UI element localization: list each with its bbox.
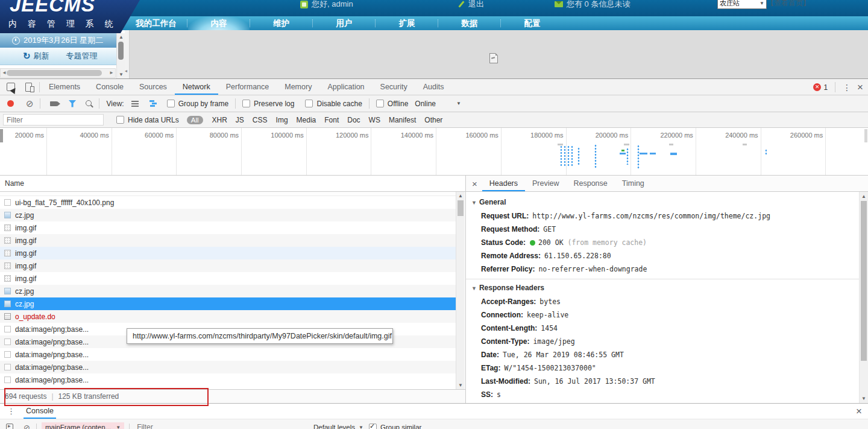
details-tab-headers[interactable]: Headers <box>482 176 525 191</box>
details-tab-preview[interactable]: Preview <box>525 176 566 191</box>
scroll-right-icon[interactable]: ► <box>109 70 114 75</box>
request-row[interactable]: data:image/png;base... <box>0 348 456 361</box>
devtools-tab-network[interactable]: Network <box>175 79 218 95</box>
scroll-down-icon[interactable]: ▼ <box>458 383 463 388</box>
devtools-tab-audits[interactable]: Audits <box>415 79 452 95</box>
nav-item[interactable]: 内容 <box>188 16 250 30</box>
checkbox[interactable] <box>167 100 175 107</box>
filter-input[interactable] <box>3 114 104 126</box>
request-row[interactable]: data:image/png;base... <box>0 373 456 386</box>
filter-type-doc[interactable]: Doc <box>347 116 360 124</box>
details-tab-response[interactable]: Response <box>566 176 614 191</box>
scroll-up-icon[interactable]: ▲ <box>119 34 124 40</box>
request-row[interactable]: cz.jpg <box>0 285 456 297</box>
request-list-scrollbar[interactable]: ▲ ▼ <box>456 192 465 389</box>
filter-type-font[interactable]: Font <box>324 116 339 124</box>
topic-manage-link[interactable]: 专题管理 <box>66 51 98 62</box>
nav-item[interactable]: 维护 <box>251 16 312 30</box>
list-view-icon[interactable] <box>131 101 139 102</box>
hide-data-urls-option[interactable]: Hide data URLs <box>116 116 179 124</box>
close-icon[interactable]: × <box>857 82 863 92</box>
request-row[interactable]: img.gif <box>0 247 456 259</box>
filter-type-all[interactable]: All <box>187 116 203 124</box>
waterfall-view-icon[interactable] <box>149 100 154 102</box>
scroll-down-icon[interactable]: ▼ <box>119 72 124 77</box>
scrollbar-thumb[interactable] <box>861 201 867 361</box>
sidebar-vertical-scrollbar[interactable]: ▲ ▼ <box>116 33 125 78</box>
screenshot-icon[interactable] <box>50 101 57 106</box>
execution-context-select[interactable]: mainFrame (conten... ▼ <box>42 422 124 429</box>
sidebar-horizontal-scrollbar[interactable]: ◄ ► <box>0 68 116 78</box>
error-badge[interactable]: ✕ 1 <box>813 83 828 92</box>
view-homepage-link[interactable]: 【查看首页】 <box>767 0 810 8</box>
nav-item[interactable]: 用户 <box>313 16 375 30</box>
filter-type-xhr[interactable]: XHR <box>212 116 227 124</box>
devtools-tab-console[interactable]: Console <box>88 79 131 95</box>
inspect-icon[interactable] <box>7 83 15 91</box>
scroll-left-icon[interactable]: ◄ <box>2 70 7 75</box>
checkbox-checked[interactable] <box>369 424 377 429</box>
filter-type-css[interactable]: CSS <box>253 116 268 124</box>
request-row[interactable]: o_update.do <box>0 310 456 323</box>
record-icon[interactable] <box>7 100 14 107</box>
request-row[interactable]: img.gif <box>0 272 456 285</box>
details-scrollbar[interactable]: ▲ ▼ <box>859 192 868 403</box>
logout-link[interactable]: 退出 <box>458 0 484 10</box>
nav-item[interactable]: 配置 <box>502 16 563 30</box>
close-icon[interactable]: × <box>856 405 862 418</box>
log-levels-select[interactable]: Default levels ▼ <box>313 424 363 429</box>
offline-option[interactable]: Offline <box>376 100 408 108</box>
tab-console[interactable]: Console <box>24 404 56 419</box>
frame-splitter[interactable] <box>125 30 130 78</box>
network-overview-timeline[interactable]: 20000 ms40000 ms60000 ms80000 ms100000 m… <box>0 128 868 176</box>
response-headers-section-header[interactable]: ▼Response Headers <box>466 282 860 295</box>
request-row[interactable]: img.gif <box>0 221 456 234</box>
filter-type-manifest[interactable]: Manifest <box>389 116 416 124</box>
console-filter-input[interactable] <box>136 422 295 429</box>
throttling-select[interactable]: Online <box>415 100 436 108</box>
scroll-up-icon[interactable]: ▲ <box>861 194 866 199</box>
checkbox[interactable] <box>305 100 313 107</box>
request-row[interactable]: data:image/png;base... <box>0 361 456 373</box>
devtools-tab-security[interactable]: Security <box>373 79 415 95</box>
search-icon[interactable] <box>86 100 92 106</box>
checkbox[interactable] <box>376 100 384 107</box>
scrollbar-thumb[interactable] <box>118 42 124 60</box>
messages-link[interactable]: 您有 0 条信息未读 <box>555 0 630 10</box>
scrollbar-thumb[interactable] <box>458 200 464 216</box>
name-column-header[interactable]: Name <box>0 176 465 192</box>
devtools-tab-performance[interactable]: Performance <box>218 79 277 95</box>
details-tab-timing[interactable]: Timing <box>615 176 652 191</box>
refresh-button[interactable]: 刷新 <box>34 51 49 62</box>
filter-type-img[interactable]: Img <box>276 116 288 124</box>
clear-console-icon[interactable]: ⊘ <box>24 423 30 429</box>
checkbox[interactable] <box>242 100 250 107</box>
filter-type-other[interactable]: Other <box>424 116 442 124</box>
nav-item[interactable]: 数据 <box>439 16 500 30</box>
preserve-log-option[interactable]: Preserve log <box>242 100 294 108</box>
request-row[interactable]: cz.jpg <box>0 209 456 221</box>
request-row[interactable]: img.gif <box>0 234 456 247</box>
scroll-down-icon[interactable]: ▼ <box>861 396 866 401</box>
devtools-tab-memory[interactable]: Memory <box>277 79 319 95</box>
filter-type-js[interactable]: JS <box>236 116 244 124</box>
device-toolbar-icon[interactable] <box>25 83 32 92</box>
clear-icon[interactable]: ⊘ <box>26 98 34 109</box>
close-icon[interactable]: × <box>472 179 477 189</box>
scrollbar-thumb[interactable] <box>7 70 102 76</box>
devtools-tab-application[interactable]: Application <box>319 79 372 95</box>
general-section-header[interactable]: ▼General <box>466 196 860 209</box>
request-row[interactable]: img.gif <box>0 259 456 272</box>
nav-item[interactable]: 扩展 <box>376 16 438 30</box>
checkbox[interactable] <box>116 116 124 124</box>
site-select[interactable]: 农庄站 ▼ <box>717 0 767 9</box>
nav-item[interactable]: 我的工作台 <box>125 16 187 30</box>
group-similar-option[interactable]: Group similar <box>369 424 421 429</box>
more-options-icon[interactable]: ⋮ <box>7 407 15 416</box>
more-options-icon[interactable]: ⋮ <box>843 83 851 92</box>
disable-cache-option[interactable]: Disable cache <box>305 100 362 108</box>
scroll-up-icon[interactable]: ▲ <box>458 193 463 199</box>
request-row[interactable]: ui-bg_flat_75_ffffff_40x100.png <box>0 196 456 209</box>
console-sidebar-icon[interactable] <box>6 424 13 429</box>
group-by-frame-option[interactable]: Group by frame <box>167 100 228 108</box>
